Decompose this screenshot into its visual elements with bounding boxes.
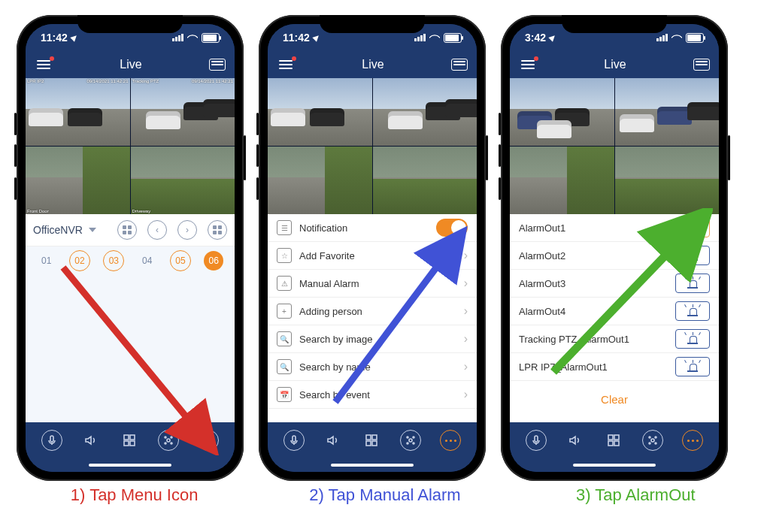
grid-button[interactable] [604, 431, 623, 450]
ptz-button[interactable] [642, 430, 663, 451]
grid-button[interactable] [120, 431, 139, 450]
alarm-trigger-button[interactable] [675, 301, 710, 321]
signal-icon [656, 34, 668, 41]
prev-button[interactable]: ‹ [147, 220, 167, 240]
layout-icon[interactable] [209, 59, 226, 71]
menu-manual-alarm[interactable]: ⚠Manual Alarm› [268, 270, 477, 298]
menu-notification[interactable]: ☰Notification [268, 214, 477, 242]
layout-button[interactable] [208, 220, 227, 240]
speaker-button[interactable] [323, 431, 343, 450]
layout-icon[interactable] [693, 59, 710, 71]
siren-icon [687, 223, 698, 232]
alarm-icon: ⚠ [277, 276, 292, 291]
menu-label: Search by name [299, 361, 371, 373]
menu-search-image[interactable]: 🔍Search by image› [268, 325, 477, 353]
svg-rect-2 [124, 435, 129, 440]
bottom-toolbar [268, 422, 477, 458]
channel-05[interactable]: 05 [170, 250, 191, 271]
alarm-trigger-button[interactable] [675, 218, 710, 237]
camera-tile[interactable] [373, 78, 477, 146]
camera-tile[interactable] [268, 147, 372, 214]
grid-button[interactable] [362, 431, 381, 450]
status-time: 3:42 [525, 32, 546, 44]
device-selector[interactable]: OfficeNVR [33, 224, 96, 236]
mic-button[interactable] [283, 430, 305, 451]
chevron-right-icon: › [464, 388, 468, 401]
menu-search-event[interactable]: 📅Search by event› [268, 381, 477, 409]
menu-adding-person[interactable]: +Adding person› [268, 298, 477, 325]
alarm-label: Tracking PTZ_AlarmOut1 [519, 334, 629, 345]
next-button[interactable]: › [177, 220, 197, 240]
svg-rect-26 [608, 441, 613, 446]
more-menu-button[interactable] [682, 430, 703, 451]
wifi-icon [186, 32, 199, 44]
channel-01[interactable]: 01 [37, 251, 56, 271]
status-time: 11:42 [41, 32, 68, 44]
camera-tile[interactable]: LPR IP209/14/2021 11:42:21 [26, 78, 130, 146]
menu-icon[interactable] [35, 58, 53, 71]
device-toolbar: OfficeNVR ‹ › [26, 214, 235, 246]
camera-tile[interactable] [373, 147, 477, 214]
more-icon [687, 440, 699, 442]
name-search-icon: 🔍 [277, 359, 292, 374]
menu-icon[interactable] [277, 58, 295, 71]
menu-add-favorite[interactable]: ☆Add Favorite› [268, 242, 477, 270]
svg-point-9 [165, 443, 166, 444]
page-title: Live [362, 58, 383, 71]
channel-06[interactable]: 06 [204, 251, 223, 271]
menu-icon[interactable] [519, 58, 537, 71]
siren-icon [687, 251, 698, 260]
camera-tile[interactable] [510, 78, 614, 146]
camera-tile[interactable] [510, 147, 614, 214]
notch [77, 15, 183, 33]
caption-step-1: 1) Tap Menu Icon [17, 485, 252, 505]
camera-tile[interactable] [268, 78, 372, 146]
alarm-row: LPR IP7_AlarmOut1 [510, 353, 719, 381]
mic-button[interactable] [526, 430, 547, 451]
more-menu-button[interactable] [198, 430, 219, 451]
svg-point-10 [171, 443, 172, 444]
speaker-button[interactable] [565, 431, 585, 450]
layout-icon[interactable] [451, 59, 468, 71]
channel-02[interactable]: 02 [69, 250, 90, 271]
svg-point-20 [407, 443, 408, 444]
menu-label: Add Favorite [299, 250, 355, 261]
camera-tile[interactable]: Driveway [131, 147, 235, 214]
channel-04[interactable]: 04 [138, 251, 157, 271]
svg-rect-13 [366, 435, 371, 440]
notch [320, 15, 425, 33]
person-add-icon: + [277, 304, 292, 319]
camera-tile[interactable] [615, 78, 720, 146]
more-icon [445, 440, 456, 442]
menu-search-name[interactable]: 🔍Search by name› [268, 353, 477, 381]
status-time: 11:42 [283, 32, 310, 44]
channel-03[interactable]: 03 [103, 250, 124, 271]
more-menu-button[interactable] [440, 430, 461, 451]
speaker-button[interactable] [81, 431, 101, 450]
page-title: Live [604, 58, 626, 71]
alarm-trigger-button[interactable] [675, 329, 710, 349]
alarm-trigger-button[interactable] [675, 274, 710, 293]
app-header: Live [26, 51, 235, 78]
image-search-icon: 🔍 [277, 331, 292, 346]
ptz-button[interactable] [158, 430, 179, 451]
alarm-row: AlarmOut2 [510, 242, 719, 270]
menu-label: Adding person [299, 306, 362, 317]
clear-button[interactable]: Clear [510, 381, 719, 418]
camera-tile[interactable]: Tracking PTZ09/14/2021 11:42:21 [131, 78, 235, 146]
camera-tile[interactable] [615, 147, 720, 214]
alarm-row: AlarmOut1 [510, 214, 719, 242]
ptz-button[interactable] [400, 430, 421, 451]
alarm-trigger-button[interactable] [675, 357, 710, 376]
alarm-trigger-button[interactable] [675, 246, 710, 265]
mic-button[interactable] [41, 430, 62, 451]
caption-step-3: 3) Tap AlarmOut [518, 485, 753, 505]
grid-options-button[interactable] [117, 220, 137, 240]
event-search-icon: 📅 [277, 387, 292, 402]
svg-rect-25 [614, 435, 619, 440]
channel-strip: 01 02 03 04 05 06 [26, 246, 235, 275]
notification-toggle[interactable] [436, 219, 468, 237]
battery-icon [686, 33, 704, 43]
camera-tile[interactable]: Front Door [26, 147, 130, 214]
svg-rect-15 [366, 441, 371, 446]
